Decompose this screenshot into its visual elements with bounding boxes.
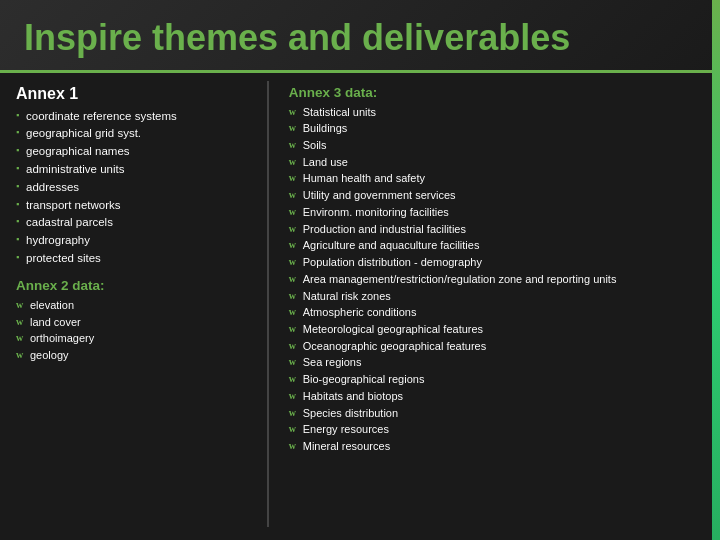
list-item: geology [16,347,247,364]
list-item: geographical names [16,143,247,161]
list-item: Soils [289,137,704,154]
list-item: Environm. monitoring facilities [289,204,704,221]
list-item: Agriculture and aquaculture facilities [289,237,704,254]
list-item: orthoimagery [16,330,247,347]
list-item: hydrography [16,232,247,250]
list-item: Area management/restriction/regulation z… [289,271,704,288]
list-item: addresses [16,179,247,197]
list-item: elevation [16,297,247,314]
list-item: Meteorological geographical features [289,321,704,338]
list-item: Habitats and biotops [289,388,704,405]
list-item: geographical grid syst. [16,125,247,143]
annex2-section: Annex 2 data: elevation land cover ortho… [16,278,247,364]
list-item: coordinate reference systems [16,108,247,126]
title-bar: Inspire themes and deliverables [0,0,720,73]
list-item: Population distribution - demography [289,254,704,271]
list-item: Buildings [289,120,704,137]
annex3-heading: Annex 3 data: [289,85,704,100]
list-item: Oceanographic geographical features [289,338,704,355]
list-item: Mineral resources [289,438,704,455]
annex1-list: coordinate reference systems geographica… [16,108,247,268]
annex2-heading: Annex 2 data: [16,278,247,293]
list-item: cadastral parcels [16,214,247,232]
column-divider [267,81,269,527]
list-item: Human health and safety [289,170,704,187]
content-area: Annex 1 coordinate reference systems geo… [0,73,720,535]
list-item: Energy resources [289,421,704,438]
list-item: Atmospheric conditions [289,304,704,321]
list-item: administrative units [16,161,247,179]
list-item: land cover [16,314,247,331]
list-item: Utility and government services [289,187,704,204]
annex1-column: Annex 1 coordinate reference systems geo… [16,81,247,527]
annex2-list: elevation land cover orthoimagery geolog… [16,297,247,364]
list-item: protected sites [16,250,247,268]
slide-title: Inspire themes and deliverables [24,18,696,58]
slide: Inspire themes and deliverables Annex 1 … [0,0,720,540]
list-item: Statistical units [289,104,704,121]
annex3-column: Annex 3 data: Statistical units Building… [289,81,704,527]
list-item: Production and industrial facilities [289,221,704,238]
title-inspire: Inspire themes and deliverables [24,17,570,58]
list-item: Species distribution [289,405,704,422]
annex3-list: Statistical units Buildings Soils Land u… [289,104,704,455]
annex1-heading: Annex 1 [16,85,247,103]
list-item: Sea regions [289,354,704,371]
list-item: Land use [289,154,704,171]
list-item: Natural risk zones [289,288,704,305]
accent-bar [712,0,720,540]
list-item: transport networks [16,197,247,215]
list-item: Bio-geographical regions [289,371,704,388]
